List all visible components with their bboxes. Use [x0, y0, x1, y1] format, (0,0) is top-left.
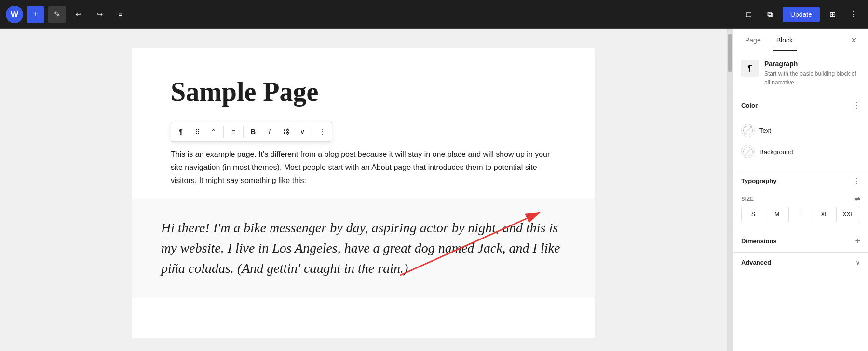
- size-option-l[interactable]: L: [789, 207, 813, 222]
- quote-block[interactable]: Hi there! I'm a bike messenger by day, a…: [132, 198, 595, 298]
- advanced-section-title: Advanced: [741, 259, 855, 266]
- dimensions-section-header[interactable]: Dimensions +: [733, 230, 868, 252]
- advanced-section-header[interactable]: Advanced ∨: [733, 253, 868, 272]
- block-info-text: Paragraph Start with the basic building …: [764, 60, 860, 87]
- advanced-section: Advanced ∨: [733, 253, 868, 272]
- color-section-title: Color: [741, 102, 853, 109]
- bold-button[interactable]: B: [245, 124, 261, 140]
- right-panel: Page Block ✕ ¶ Paragraph Start with the …: [733, 29, 868, 351]
- text-color-option[interactable]: Text: [741, 120, 860, 141]
- size-option-xl[interactable]: XL: [813, 207, 837, 222]
- size-label-row: SIZE ⇌: [741, 195, 860, 203]
- settings-button[interactable]: ⊞: [824, 6, 841, 23]
- top-toolbar: W + ✎ ↩ ↪ ≡ □ ⧉ Update ⊞ ⋮: [0, 0, 868, 29]
- main-area: Sample Page ¶ ⠿ ⌃ ≡ B I ⛓ ∨ ⋮ This is an…: [0, 29, 868, 351]
- text-color-label: Text: [760, 127, 771, 134]
- typography-section-header[interactable]: Typography ⋮: [733, 170, 868, 191]
- tab-block[interactable]: Block: [773, 30, 797, 51]
- typography-options-icon[interactable]: ⋮: [853, 176, 860, 185]
- text-color-inner: [743, 126, 753, 135]
- block-type-icon: ¶: [741, 60, 759, 77]
- toolbar-separator-2: [243, 126, 244, 138]
- paragraph-text[interactable]: This is an example page. It's different …: [171, 148, 556, 187]
- more-rich-button[interactable]: ∨: [295, 124, 310, 140]
- more-options-button[interactable]: ⋮: [845, 6, 862, 23]
- typography-section-title: Typography: [741, 177, 853, 184]
- scrollbar[interactable]: [727, 29, 733, 351]
- edit-button[interactable]: ✎: [48, 6, 66, 23]
- dimensions-section-title: Dimensions: [741, 238, 855, 245]
- block-info: ¶ Paragraph Start with the basic buildin…: [733, 52, 868, 95]
- toolbar-separator-1: [223, 126, 224, 138]
- drag-handle[interactable]: ⠿: [190, 124, 205, 140]
- color-section: Color ⋮ Text Background: [733, 95, 868, 170]
- block-toolbar: ¶ ⠿ ⌃ ≡ B I ⛓ ∨ ⋮: [171, 122, 332, 142]
- quote-text: Hi there! I'm a bike messenger by day, a…: [161, 218, 566, 279]
- panel-close-button[interactable]: ✕: [847, 34, 860, 47]
- update-button[interactable]: Update: [783, 7, 820, 22]
- alignment-button[interactable]: ≡: [226, 124, 241, 140]
- typography-section: Typography ⋮ SIZE ⇌ S M L XL XXL: [733, 170, 868, 230]
- size-option-m[interactable]: M: [765, 207, 789, 222]
- panel-tabs: Page Block ✕: [733, 29, 868, 52]
- editor-area[interactable]: Sample Page ¶ ⠿ ⌃ ≡ B I ⛓ ∨ ⋮ This is an…: [0, 29, 727, 351]
- text-color-swatch: [741, 124, 755, 137]
- redo-button[interactable]: ↪: [91, 6, 108, 23]
- undo-button[interactable]: ↩: [69, 6, 87, 23]
- typography-section-body: SIZE ⇌ S M L XL XXL: [733, 191, 868, 230]
- tab-page[interactable]: Page: [741, 30, 765, 51]
- wp-logo[interactable]: W: [6, 6, 23, 23]
- block-options-button[interactable]: ⋮: [314, 124, 330, 140]
- size-option-xxl[interactable]: XXL: [837, 207, 860, 222]
- page-title: Sample Page: [171, 77, 556, 107]
- block-info-description: Start with the basic building block of a…: [764, 70, 860, 87]
- size-options: S M L XL XXL: [741, 207, 860, 222]
- color-options-icon[interactable]: ⋮: [853, 101, 860, 110]
- block-type-button[interactable]: ¶: [173, 124, 189, 140]
- background-color-label: Background: [760, 148, 793, 155]
- toolbar-right: □ ⧉ Update ⊞ ⋮: [740, 6, 862, 23]
- size-option-s[interactable]: S: [742, 207, 765, 222]
- move-up-button[interactable]: ⌃: [206, 124, 221, 140]
- toolbar-separator-3: [312, 126, 312, 138]
- italic-button[interactable]: I: [262, 124, 277, 140]
- block-info-title: Paragraph: [764, 60, 860, 68]
- advanced-chevron-icon[interactable]: ∨: [855, 258, 860, 266]
- editor-content: Sample Page ¶ ⠿ ⌃ ≡ B I ⛓ ∨ ⋮ This is an…: [132, 48, 595, 338]
- scroll-thumb[interactable]: [728, 34, 732, 72]
- list-view-button[interactable]: ≡: [112, 6, 129, 23]
- size-filter-icon[interactable]: ⇌: [854, 195, 861, 203]
- background-color-inner: [743, 147, 753, 156]
- color-section-header[interactable]: Color ⋮: [733, 95, 868, 116]
- desktop-view-button[interactable]: □: [740, 6, 758, 23]
- dimensions-add-icon[interactable]: +: [855, 236, 860, 246]
- add-block-button[interactable]: +: [27, 6, 44, 23]
- size-label-text: SIZE: [741, 196, 754, 202]
- background-color-swatch: [741, 145, 755, 158]
- link-button[interactable]: ⛓: [278, 124, 294, 140]
- external-link-button[interactable]: ⧉: [761, 6, 779, 23]
- dimensions-section: Dimensions +: [733, 230, 868, 253]
- background-color-option[interactable]: Background: [741, 141, 860, 162]
- color-section-body: Text Background: [733, 116, 868, 170]
